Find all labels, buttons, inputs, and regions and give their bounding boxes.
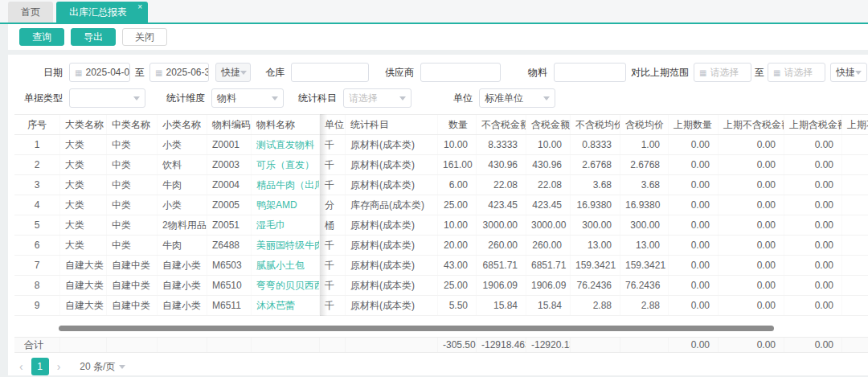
table-cell: 2.6768 — [571, 155, 620, 174]
warehouse-label: 仓库 — [260, 66, 285, 80]
table-cell: 0.00 — [719, 236, 784, 255]
supplier-label: 供应商 — [382, 66, 414, 80]
stat-subject-placeholder: 请选择 — [349, 92, 378, 105]
table-cell: 1906.09 — [477, 276, 526, 295]
compare-to-select[interactable]: ▦ 请选择 — [768, 63, 825, 82]
total-cell — [60, 338, 107, 352]
material-name-link[interactable]: 湿毛巾 — [256, 219, 285, 231]
column-header: 序号 — [14, 115, 60, 134]
table-cell: 22.08 — [526, 175, 571, 195]
table-cell: 中类 — [107, 195, 158, 215]
column-header: 不含税金额 — [477, 115, 526, 134]
table-cell: 161.00 — [438, 155, 477, 174]
material-name-link[interactable]: 腻腻小土包 — [256, 260, 305, 271]
stat-subject-select[interactable]: 请选择 — [343, 88, 411, 108]
table-cell: 2.88 — [620, 296, 669, 315]
table-cell: 0.00 — [784, 175, 842, 195]
close-icon[interactable]: × — [137, 2, 142, 12]
export-button[interactable]: 导出 — [71, 28, 116, 46]
table-cell: 423.45 — [526, 195, 571, 215]
date-to-input[interactable]: ▦ 2025-06-30 — [149, 63, 209, 82]
date-to-label: 至 — [135, 66, 145, 80]
table-row: 4大类中类小类Z0005鸭架AMD分库存商品(成本类)25.00423.4542… — [14, 195, 868, 215]
column-header: 上期不含税均价 — [842, 115, 868, 134]
tab-outbound-report[interactable]: 出库汇总报表 × — [56, 2, 148, 23]
material-name-link[interactable]: 沐沐芭蕾 — [256, 300, 295, 311]
material-name-link[interactable]: 可乐（直发） — [256, 159, 314, 170]
table-cell: 中类 — [107, 155, 158, 174]
table-cell: 鸭架AMD — [252, 195, 320, 215]
table-cell: 湿毛巾 — [252, 215, 320, 235]
filter-bar: 日期 ▦ 2025-04-01 至 ▦ 2025-06-30 快捷 仓库 — [8, 55, 868, 108]
table-cell: 自建中类 — [107, 276, 158, 295]
date-from-input[interactable]: ▦ 2025-04-01 — [69, 63, 130, 82]
table-cell: 千 — [320, 236, 346, 255]
table-row: 1大类中类小类Z0001测试直发物料千原材料(成本类)10.008.333310… — [14, 135, 868, 155]
unit-value: 标准单位 — [485, 92, 523, 105]
quick-range2-select[interactable]: 快捷 — [830, 63, 867, 82]
column-header: 不含税均价 — [571, 115, 620, 134]
table-cell: 0.00 — [719, 135, 784, 154]
table-cell: 大类 — [60, 175, 107, 195]
stat-dim-label: 统计维度 — [166, 92, 205, 105]
table-cell: 原材料(成本类) — [346, 296, 438, 315]
total-cell — [842, 338, 868, 352]
table-cell: 1906.09 — [526, 276, 571, 295]
table-cell: 6851.71 — [477, 256, 526, 275]
table-cell: 0.00 — [784, 296, 842, 315]
material-name-link[interactable]: 弯弯的贝贝西西大米 — [256, 280, 320, 291]
table-cell: 15.84 — [477, 296, 526, 315]
supplier-input[interactable] — [420, 63, 501, 82]
table-body: 1大类中类小类Z0001测试直发物料千原材料(成本类)10.008.333310… — [14, 135, 868, 316]
material-name-link[interactable]: 美丽国特级牛肉 — [256, 240, 320, 251]
material-name-link[interactable]: 测试直发物料 — [256, 139, 314, 150]
table-cell: 0.00 — [719, 195, 784, 215]
table-cell: 260.00 — [477, 236, 526, 255]
table-cell: 大类 — [60, 215, 107, 235]
warehouse-input[interactable] — [291, 63, 369, 82]
prev-page-icon[interactable]: ‹ — [19, 360, 23, 373]
unit-select[interactable]: 标准单位 — [479, 88, 555, 108]
material-name-link[interactable]: 精品牛肉（出库） — [256, 179, 320, 191]
next-page-icon[interactable]: › — [57, 360, 61, 373]
total-cell — [107, 338, 158, 352]
tab-home[interactable]: 首页 — [8, 2, 53, 23]
query-button[interactable]: 查询 — [19, 28, 64, 46]
table-cell: 大类 — [60, 155, 107, 174]
table-cell: 2.6768 — [620, 155, 669, 174]
total-label: 合计 — [14, 338, 60, 352]
table-cell: 25.00 — [438, 195, 477, 215]
stat-dim-select[interactable]: 物料 — [211, 88, 284, 108]
table-cell: 0.00 — [719, 276, 784, 295]
table-cell: 小类 — [158, 195, 207, 215]
table-cell: 5 — [14, 215, 60, 235]
table-cell: 6.00 — [438, 175, 477, 195]
toolbar: 查询 导出 关闭 — [8, 24, 868, 50]
column-header: 数量 — [438, 115, 477, 134]
page-size-select[interactable]: 20 条/页 — [80, 360, 125, 374]
table-cell: Z0051 — [207, 215, 252, 235]
table-cell: 0.00 — [784, 256, 842, 275]
compare-from-select[interactable]: ▦ 请选择 — [694, 63, 751, 82]
horizontal-scrollbar[interactable] — [59, 326, 774, 331]
table-cell: 0.00 — [719, 175, 784, 195]
doc-type-select[interactable] — [69, 88, 145, 108]
table-cell: 原材料(成本类) — [346, 215, 438, 235]
table-cell: 76.2436 — [620, 276, 669, 295]
quick-range-select[interactable]: 快捷 — [215, 63, 251, 82]
compare-range-label: 对比上期范围 — [631, 66, 689, 80]
close-button[interactable]: 关闭 — [122, 28, 167, 46]
total-cell — [346, 338, 438, 352]
table-cell: 300.00 — [571, 215, 620, 235]
material-input[interactable] — [554, 63, 626, 82]
table-cell: 千 — [320, 155, 346, 174]
material-label: 物料 — [525, 66, 547, 80]
table-cell: 可乐（直发） — [252, 155, 320, 174]
column-header: 中类名称 — [107, 115, 158, 134]
table-cell: 159.3421 — [571, 256, 620, 275]
table-cell: 自建小类 — [158, 276, 207, 295]
page-number[interactable]: 1 — [31, 358, 49, 375]
material-name-link[interactable]: 鸭架AMD — [256, 199, 297, 211]
doc-type-label: 单据类型 — [19, 92, 63, 105]
table-cell: Z0005 — [207, 195, 252, 215]
